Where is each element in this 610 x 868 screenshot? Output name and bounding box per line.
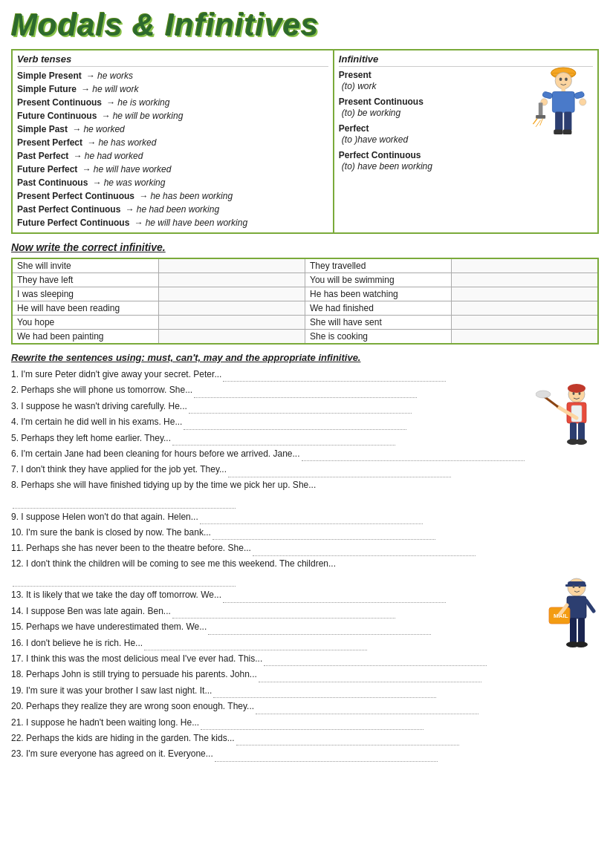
list-item: 22. Perhaps the kids are hiding in the g… <box>11 730 599 745</box>
arrow: → <box>82 164 91 174</box>
answer-line[interactable] <box>172 430 395 446</box>
svg-point-28 <box>536 391 551 398</box>
tense-row: Present Perfect Continuous →he has been … <box>17 189 328 203</box>
answer-line[interactable] <box>253 540 476 555</box>
answer-line[interactable] <box>223 587 446 602</box>
answer-line[interactable] <box>212 524 435 540</box>
table-cell[interactable] <box>158 330 305 345</box>
table-cell[interactable] <box>452 330 598 345</box>
table-cell: They have left <box>12 273 158 287</box>
mail-person-cartoon: MAIL <box>543 574 599 670</box>
tense-name: Simple Past <box>17 124 68 134</box>
tense-example: he worked <box>83 124 124 134</box>
svg-rect-16 <box>562 130 571 135</box>
sentences-list: 1. I'm sure Peter didn't give away your … <box>11 366 599 762</box>
answer-line[interactable] <box>13 492 236 508</box>
worker-cartoon <box>519 58 594 154</box>
tense-name: Future Perfect <box>17 164 77 174</box>
list-item: 23. I'm sure everyone has agreed on it. … <box>11 745 599 761</box>
answer-line[interactable] <box>215 745 438 761</box>
tense-name: Past Continuous <box>17 177 88 188</box>
table-cell[interactable] <box>452 287 598 301</box>
tense-row: Simple Present →he works <box>17 69 328 82</box>
tense-name: Present Continuous <box>17 97 102 108</box>
tense-row: Simple Past →he worked <box>17 123 328 136</box>
svg-rect-5 <box>561 88 565 92</box>
table-cell: We had finished <box>305 301 452 316</box>
list-item: 10. I'm sure the bank is closed by now. … <box>11 524 599 540</box>
table-cell[interactable] <box>158 301 305 316</box>
answer-line[interactable] <box>189 398 412 414</box>
answer-line[interactable] <box>208 619 431 634</box>
table-cell: She will invite <box>12 258 158 273</box>
sentence-text: 11. Perhaps she has never been to the th… <box>11 543 251 553</box>
svg-point-33 <box>568 578 585 596</box>
infinitive-right: Infinitive Present(to) workPresent Conti… <box>334 50 597 232</box>
table-cell: We had been painting <box>12 330 158 345</box>
tense-row: Past Continuous →he was working <box>17 176 328 189</box>
table-cell[interactable] <box>158 258 305 273</box>
svg-point-21 <box>568 384 585 393</box>
sentence-text: 4. I'm certain he did well in his exams.… <box>11 417 182 427</box>
table-cell[interactable] <box>158 273 305 287</box>
infinitive-category-label: Perfect Continuous <box>339 150 421 160</box>
answer-line[interactable] <box>201 714 424 730</box>
tense-name: Future Perfect Continuous <box>17 218 129 228</box>
tense-row: Future Perfect →he will have worked <box>17 163 328 176</box>
list-item: 5. Perhaps they left home earlier. They.… <box>11 430 599 446</box>
arrow: → <box>106 97 115 108</box>
answer-line[interactable] <box>172 603 395 619</box>
svg-point-4 <box>565 77 568 81</box>
answer-line[interactable] <box>184 414 406 429</box>
svg-rect-44 <box>578 618 585 644</box>
answer-line[interactable] <box>194 382 417 397</box>
table-row: We had been paintingShe is cooking <box>12 330 598 345</box>
list-item: 14. I suppose Ben was late again. Ben... <box>11 603 599 619</box>
answer-line[interactable] <box>228 461 451 477</box>
svg-point-36 <box>573 585 575 588</box>
svg-rect-30 <box>578 422 585 441</box>
sentence-text: 14. I suppose Ben was late again. Ben... <box>11 606 171 616</box>
answer-line[interactable] <box>236 730 459 745</box>
table-cell: They travelled <box>305 258 452 273</box>
tense-example: he has been working <box>150 191 233 201</box>
answer-line[interactable] <box>302 446 525 461</box>
table-cell: You will be swimming <box>305 273 452 287</box>
answer-line[interactable] <box>13 571 236 587</box>
answer-line[interactable] <box>213 682 436 698</box>
svg-rect-6 <box>552 92 574 113</box>
table-cell[interactable] <box>158 287 305 301</box>
table-cell[interactable] <box>452 316 598 330</box>
table-cell[interactable] <box>452 273 598 287</box>
answer-line[interactable] <box>223 366 446 382</box>
exercise2-instruction: Rewrite the sentences using: must, can't… <box>11 352 599 363</box>
list-item: 11. Perhaps she has never been to the th… <box>11 540 599 555</box>
table-cell[interactable] <box>158 316 305 330</box>
sentence-text: 8. Perhaps she will have finished tidyin… <box>11 480 316 490</box>
tense-example: he will be working <box>113 111 184 121</box>
svg-rect-35 <box>565 584 586 587</box>
answer-line[interactable] <box>256 698 478 714</box>
sentence-text: 2. Perhaps she will phone us tomorrow. S… <box>11 385 192 395</box>
answer-line[interactable] <box>144 635 367 650</box>
sentence-text: 12. I don't think the children will be c… <box>11 558 336 569</box>
verb-tenses-left: Verb tenses Simple Present →he worksSimp… <box>13 50 334 232</box>
tense-example: he will work <box>92 84 138 94</box>
svg-point-46 <box>574 642 588 647</box>
infinitive-category-value: (to) work <box>342 81 377 91</box>
answer-line[interactable] <box>200 509 423 524</box>
svg-line-17 <box>533 119 537 124</box>
answer-line[interactable] <box>264 650 487 666</box>
arrow: → <box>126 204 134 215</box>
table-cell: He has been watching <box>305 287 452 301</box>
table-cell[interactable] <box>452 258 598 273</box>
list-item: 3. I suppose he wasn't driving carefully… <box>11 398 599 414</box>
exercise1-body: She will inviteThey travelledThey have l… <box>12 258 598 344</box>
answer-line[interactable] <box>259 666 481 682</box>
tense-row: Present Perfect →he has worked <box>17 136 328 149</box>
svg-point-2 <box>555 73 571 89</box>
arrow: → <box>134 218 143 228</box>
infinitive-category-value: (to) have been working <box>342 161 432 172</box>
table-cell[interactable] <box>452 301 598 316</box>
sentence-text: 20. Perhaps they realize they are wrong … <box>11 701 254 711</box>
